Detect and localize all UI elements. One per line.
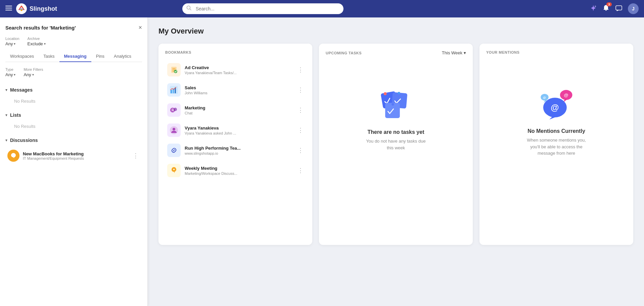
main-content: My Overview BOOKMARKS: [148, 17, 644, 306]
bookmark-icon-meeting: [167, 164, 181, 177]
sparkle-button[interactable]: [590, 4, 597, 13]
app-logo[interactable]: Slingshot: [16, 3, 57, 14]
lists-section-title: Lists: [10, 112, 21, 118]
bookmark-item-marketing[interactable]: R Marketing Chat ⋮: [165, 100, 306, 120]
lists-section: ▾ Lists No Results: [5, 109, 142, 134]
bookmark-icon-link: [167, 144, 181, 157]
bookmark-item-sales[interactable]: Sales John Williams ⋮: [165, 80, 306, 100]
location-filter-value[interactable]: Any ▾: [5, 41, 19, 46]
tab-analytics[interactable]: Analytics: [109, 51, 136, 62]
user-avatar[interactable]: J: [628, 3, 639, 14]
bookmark-more-vyara[interactable]: ⋮: [297, 126, 304, 134]
tasks-card-title: UPCOMING TASKS: [326, 51, 362, 55]
type-filter-value[interactable]: Any ▾: [5, 72, 15, 77]
tasks-card: UPCOMING TASKS This Week ▾: [319, 44, 473, 245]
archive-filter-label: Archive: [28, 37, 46, 41]
messages-section-title: Messages: [10, 87, 33, 93]
bookmark-more-ad-creative[interactable]: ⋮: [297, 66, 304, 73]
bookmark-subtitle-vyara: Vyara Yanakieva asked John ...: [185, 131, 293, 135]
messages-section-header[interactable]: ▾ Messages: [5, 84, 142, 96]
notifications-button[interactable]: 3: [602, 4, 610, 13]
archive-filter[interactable]: Archive Exclude ▾: [28, 37, 46, 46]
tasks-empty-subtitle: You do not have any tasks duethis week: [366, 138, 425, 151]
search-results-title: Search results for 'Marketing': [5, 25, 76, 31]
messages-button[interactable]: [615, 4, 623, 13]
svg-point-4: [20, 9, 22, 11]
discussions-section-header[interactable]: ▾ Discussions: [5, 134, 142, 146]
bookmark-item-ad-creative[interactable]: Ad Creative Vyara Yanakieva/Team Tasks/.…: [165, 60, 306, 80]
svg-point-24: [398, 92, 400, 94]
tab-tasks[interactable]: Tasks: [39, 51, 59, 62]
tasks-empty-title: There are no tasks yet: [368, 129, 424, 135]
bookmark-info-ad-creative: Ad Creative Vyara Yanakieva/Team Tasks/.…: [185, 65, 293, 75]
bookmark-subtitle-link: www.slingshotapp.io: [185, 151, 293, 155]
archive-filter-value[interactable]: Exclude ▾: [28, 41, 46, 46]
type-filter[interactable]: Type Any ▾: [5, 67, 15, 77]
bookmark-more-marketing[interactable]: ⋮: [297, 106, 304, 114]
mentions-illustration: @ @ @: [536, 87, 577, 120]
svg-text:@: @: [564, 93, 568, 98]
notification-badge: 3: [606, 2, 612, 6]
mentions-card-title: YOUR MENTIONS: [486, 50, 519, 54]
more-filters-value[interactable]: Any ▾: [24, 72, 43, 77]
more-filters-filter[interactable]: More Filters Any ▾: [24, 67, 43, 77]
bookmark-title-ad-creative: Ad Creative: [185, 65, 293, 70]
svg-text:@: @: [551, 103, 559, 112]
app-name: Slingshot: [30, 5, 57, 12]
bookmark-icon-vyara: [167, 123, 181, 137]
tab-pins[interactable]: Pins: [91, 51, 109, 62]
svg-rect-7: [616, 6, 622, 10]
bookmark-item-link[interactable]: Run High Performing Tea... www.slingshot…: [165, 140, 306, 160]
svg-line-6: [190, 9, 191, 10]
hamburger-menu[interactable]: [5, 5, 12, 13]
lists-section-header[interactable]: ▾ Lists: [5, 109, 142, 121]
tab-messaging[interactable]: Messaging: [59, 51, 91, 62]
bookmark-icon-marketing: R: [167, 103, 181, 117]
type-chevron-icon: ▾: [14, 73, 15, 76]
archive-chevron-icon: ▾: [44, 42, 46, 46]
messages-no-results: No Results: [5, 96, 142, 109]
more-filters-chevron-icon: ▾: [32, 73, 34, 76]
discussions-section: ▾ Discussions New MacBooks for Marketing…: [5, 134, 142, 165]
page-title: My Overview: [158, 27, 633, 36]
bookmark-item-vyara[interactable]: Vyara Yanakieva Vyara Yanakieva asked Jo…: [165, 120, 306, 140]
lists-no-results: No Results: [5, 121, 142, 134]
messages-section: ▾ Messages No Results: [5, 84, 142, 109]
tab-workspaces[interactable]: Workspaces: [5, 51, 39, 62]
bookmark-info-sales: Sales John Williams: [185, 85, 293, 95]
bookmark-info-vyara: Vyara Yanakieva Vyara Yanakieva asked Jo…: [185, 125, 293, 135]
tasks-card-header: UPCOMING TASKS This Week ▾: [326, 50, 466, 55]
discussion-icon: [7, 150, 19, 162]
close-search-button[interactable]: ×: [138, 24, 142, 31]
overview-cards: BOOKMARKS A: [158, 44, 633, 245]
top-navigation: Slingshot 3: [0, 0, 644, 17]
discussion-item[interactable]: New MacBooks for Marketing IT Management…: [5, 146, 142, 165]
bookmark-title-marketing: Marketing: [185, 105, 293, 110]
bookmark-title-meeting: Weekly Meeting: [185, 166, 293, 171]
bookmark-info-marketing: Marketing Chat: [185, 105, 293, 115]
bookmarks-card-title: BOOKMARKS: [165, 50, 191, 54]
bookmark-subtitle-marketing: Chat: [185, 111, 293, 115]
bookmark-item-meeting[interactable]: Weekly Meeting Marketing/Workspace Discu…: [165, 160, 306, 181]
svg-point-25: [392, 103, 394, 105]
search-input[interactable]: [182, 3, 343, 14]
bookmark-more-meeting[interactable]: ⋮: [297, 167, 304, 174]
bookmark-more-sales[interactable]: ⋮: [297, 86, 304, 94]
week-selector[interactable]: This Week ▾: [442, 50, 466, 55]
location-filter[interactable]: Location Any ▾: [5, 37, 19, 46]
search-results-panel: Search results for 'Marketing' × Locatio…: [0, 17, 148, 306]
search-icon: [186, 5, 192, 12]
bookmark-icon-ad-creative: [167, 63, 181, 76]
bookmark-info-meeting: Weekly Meeting Marketing/Workspace Discu…: [185, 166, 293, 175]
svg-rect-2: [5, 10, 12, 10]
bookmark-more-link[interactable]: ⋮: [297, 147, 304, 154]
discussion-info: New MacBooks for Marketing IT Management…: [23, 151, 128, 160]
global-search[interactable]: [182, 3, 343, 14]
bookmarks-card: BOOKMARKS A: [158, 44, 312, 245]
mentions-card: YOUR MENTIONS @ @ @: [479, 44, 633, 245]
bookmarks-card-header: BOOKMARKS: [165, 50, 306, 54]
discussion-more-button[interactable]: ⋮: [131, 151, 140, 161]
lists-chevron-icon: ▾: [5, 113, 7, 117]
svg-point-19: [173, 169, 175, 170]
bookmark-title-sales: Sales: [185, 85, 293, 90]
